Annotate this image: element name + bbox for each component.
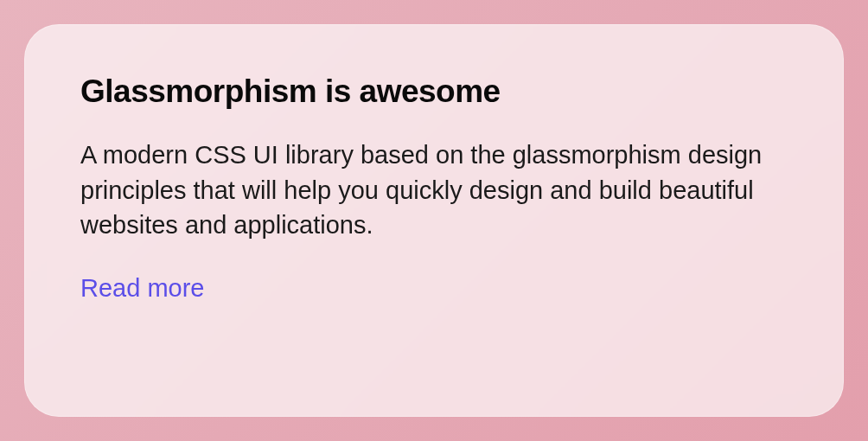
glassmorphism-card: Glassmorphism is awesome A modern CSS UI… — [24, 24, 844, 417]
card-title: Glassmorphism is awesome — [80, 74, 788, 110]
card-description: A modern CSS UI library based on the gla… — [80, 137, 788, 243]
read-more-link[interactable]: Read more — [80, 274, 204, 302]
